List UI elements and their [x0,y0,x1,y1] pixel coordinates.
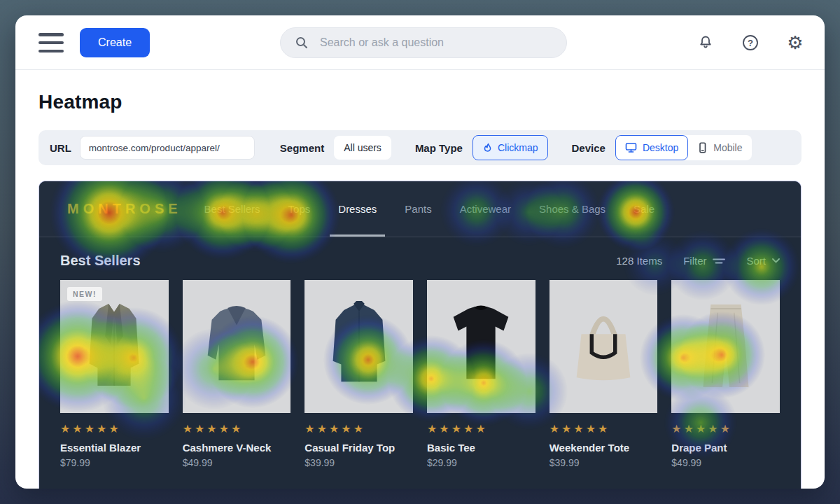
product-price: $49.99 [183,457,291,468]
chevron-down-icon [772,258,780,263]
star-rating: ★★★★★ [671,422,780,435]
product-price: $79.99 [60,457,169,468]
product-name[interactable]: Essential Blazer [60,442,169,454]
clickmap-toggle[interactable]: Clickmap [472,135,548,160]
nav-shoes-bags[interactable]: Shoes & Bags [539,181,606,237]
nav-pants[interactable]: Pants [405,181,431,237]
device-mobile-button[interactable]: Mobile [688,135,751,160]
bell-icon[interactable] [696,33,715,52]
desktop-icon [625,142,637,153]
desktop-backdrop: Create ? ⚙ [0,0,840,504]
items-count: 128 Items [616,255,662,267]
product-image-tote[interactable] [550,280,658,413]
segment-label: Segment [280,142,324,154]
device-toggle-group: Desktop Mobile [615,135,752,160]
new-badge: NEW! [67,287,102,301]
segment-select[interactable]: All users [334,136,391,160]
product-name[interactable]: Drape Pant [671,442,780,454]
sort-button[interactable]: Sort [746,255,780,267]
device-desktop-button[interactable]: Desktop [615,135,688,160]
heatmap-settings-bar: URL Segment All users Map Type Clickmap … [38,130,802,165]
create-button[interactable]: Create [80,28,150,57]
star-rating: ★★★★★ [427,422,536,435]
section-title: Best Sellers [60,253,141,269]
flame-icon [482,143,493,153]
url-input[interactable] [80,136,255,160]
product-card: ★★★★★ Weekender Tote $39.99 [550,280,658,468]
top-bar: Create ? ⚙ [15,15,825,70]
filter-button[interactable]: Filter [683,255,725,267]
sort-label: Sort [746,255,766,267]
desktop-label: Desktop [643,142,678,153]
nav-dresses[interactable]: Dresses [338,181,377,237]
search-icon [292,33,312,52]
product-name[interactable]: Casual Friday Top [304,442,413,454]
product-card: ★★★★★ Basic Tee $29.99 [427,280,536,468]
nav-activewear[interactable]: Activewear [460,181,511,237]
site-navbar: MONTROSE Best Sellers Tops Dresses Pants… [39,181,801,237]
filter-icon [713,258,725,265]
product-name[interactable]: Weekender Tote [550,442,658,454]
product-image-sweater[interactable] [183,280,291,413]
listing-toolbar: Best Sellers 128 Items Filter Sort [39,253,801,269]
filter-label: Filter [683,255,706,267]
device-label: Device [572,142,606,154]
product-price: $29.99 [427,457,536,468]
url-label: URL [50,142,71,154]
menu-icon[interactable] [38,33,64,52]
star-rating: ★★★★★ [60,422,169,435]
star-rating: ★★★★★ [183,422,291,435]
site-preview: MONTROSE Best Sellers Tops Dresses Pants… [38,181,802,489]
product-image-pants[interactable] [671,280,780,413]
product-price: $49.99 [671,457,780,468]
help-icon[interactable]: ? [741,33,760,52]
search-input[interactable] [320,36,555,49]
product-name[interactable]: Basic Tee [427,442,536,454]
svg-text:?: ? [748,38,753,48]
clickmap-label: Clickmap [498,142,538,153]
star-rating: ★★★★★ [550,422,658,435]
nav-tops[interactable]: Tops [288,181,311,237]
product-price: $39.99 [550,457,658,468]
product-image-blazer[interactable]: NEW! [60,280,169,413]
product-card: ★★★★★ Casual Friday Top $39.99 [304,280,413,468]
product-image-tee[interactable] [427,280,536,413]
gear-icon[interactable]: ⚙ [785,33,805,52]
search-bar[interactable] [280,27,567,58]
app-window: Create ? ⚙ [15,15,825,489]
product-image-shirt[interactable] [304,280,413,413]
nav-best-sellers[interactable]: Best Sellers [204,181,260,237]
product-card: ★★★★★ Drape Pant $49.99 [671,280,780,468]
product-card: NEW! ★★★★★ Essential Blazer $79.99 [60,280,169,468]
mobile-label: Mobile [713,142,742,153]
page-title: Heatmap [38,91,122,113]
product-card: ★★★★★ Cashmere V-Neck $49.99 [183,280,291,468]
map-type-label: Map Type [415,142,463,154]
site-logo[interactable]: MONTROSE [67,201,182,217]
nav-sale[interactable]: Sale [634,181,654,237]
mobile-icon [697,142,708,153]
product-name[interactable]: Cashmere V-Neck [183,442,291,454]
product-grid: NEW! ★★★★★ Essential Blazer $79.99 [39,280,801,468]
star-rating: ★★★★★ [304,422,413,435]
product-price: $39.99 [304,457,413,468]
